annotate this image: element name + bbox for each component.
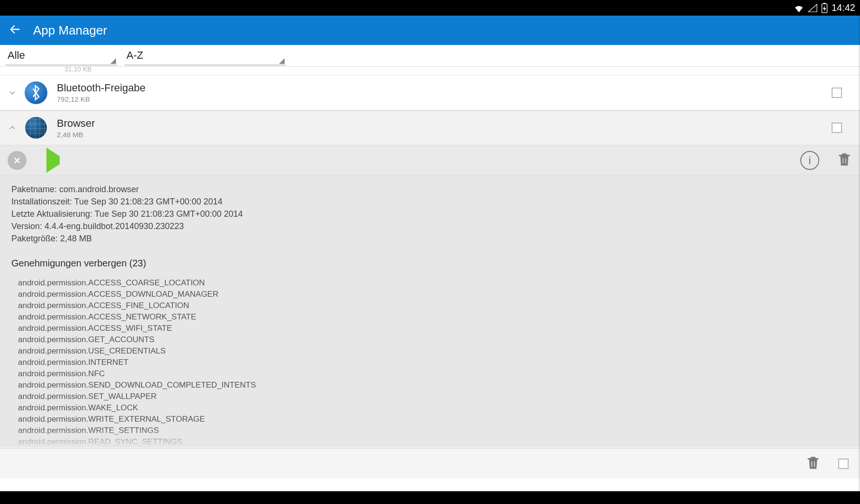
play-icon: [46, 148, 60, 173]
permission-item: android.permission.ACCESS_NETWORK_STATE: [18, 311, 849, 323]
permission-item: android.permission.READ_SYNC_SETTINGS: [18, 436, 849, 448]
permission-item: android.permission.WRITE_EXTERNAL_STORAG…: [18, 414, 849, 425]
dropdown-triangle-icon: [279, 58, 285, 64]
permission-item: android.permission.ACCESS_DOWNLOAD_MANAG…: [18, 289, 849, 300]
detail-package: Paketname: com.android.browser: [11, 183, 849, 195]
app-detail-panel[interactable]: Paketname: com.android.browser Installat…: [0, 176, 860, 448]
trash-icon: [805, 464, 821, 472]
launch-app-button[interactable]: [44, 156, 60, 165]
permission-item: android.permission.NFC: [18, 368, 849, 380]
permission-item: android.permission.ACCESS_COARSE_LOCATIO…: [18, 277, 849, 289]
detail-last-update: Letzte Aktualisierung: Tue Sep 30 21:08:…: [11, 208, 849, 220]
list-item[interactable]: Browser 2,48 MB: [0, 110, 860, 145]
permission-item: android.permission.ACCESS_FINE_LOCATION: [18, 300, 849, 311]
detail-package-size: Paketgröße: 2,48 MB: [11, 232, 849, 245]
app-size-label: 792,12 KB: [57, 95, 832, 103]
filter-sort-value: A-Z: [126, 49, 143, 62]
app-size-label: 2,48 MB: [57, 131, 832, 139]
filter-sort-spinner[interactable]: A-Z: [125, 46, 286, 65]
app-name-label: Browser: [57, 117, 832, 130]
permission-item: android.permission.SET_WALLPAPER: [18, 391, 849, 402]
permission-item: android.permission.SEND_DOWNLOAD_COMPLET…: [18, 380, 849, 391]
app-list[interactable]: 31,10 KB Bluetooth-Freigabe 792,12 KB: [0, 67, 860, 448]
permission-item: android.permission.ACCESS_WIFI_STATE: [18, 323, 849, 334]
bottom-toolbar: [0, 448, 860, 478]
chevron-down-icon: [8, 88, 17, 97]
detail-action-bar: i: [0, 145, 860, 176]
battery-charging-icon: [821, 3, 828, 13]
list-item-peek[interactable]: 31,10 KB: [0, 67, 860, 75]
close-detail-button[interactable]: [8, 151, 27, 170]
collapse-toggle[interactable]: [4, 123, 21, 133]
dropdown-triangle-icon: [110, 58, 116, 64]
uninstall-button[interactable]: [836, 151, 852, 169]
svg-rect-1: [824, 3, 825, 4]
info-icon: i: [808, 154, 811, 167]
app-size-label: 31,10 KB: [64, 67, 92, 71]
trash-icon: [836, 161, 852, 169]
filter-category-value: Alle: [8, 49, 25, 62]
delete-selected-button[interactable]: [805, 455, 821, 473]
permissions-toggle[interactable]: Genehmigungen verbergen (23): [11, 258, 849, 269]
permission-item: android.permission.INTERNET: [18, 357, 849, 368]
select-all-checkbox[interactable]: [838, 459, 849, 469]
browser-globe-icon: [24, 115, 48, 140]
permission-item: android.permission.WAKE_LOCK: [18, 402, 849, 414]
close-icon: [13, 156, 21, 165]
chevron-up-icon: [8, 123, 17, 133]
status-bar: 14:42: [0, 0, 860, 16]
status-time: 14:42: [832, 2, 855, 13]
detail-version: Version: 4.4.4-eng.buildbot.20140930.230…: [11, 220, 849, 232]
detail-install-time: Installationszeit: Tue Sep 30 21:08:23 G…: [11, 195, 849, 208]
filter-row: Alle A-Z: [0, 45, 860, 67]
expand-toggle[interactable]: [4, 88, 21, 97]
bluetooth-icon: [24, 80, 48, 105]
app-name-label: Bluetooth-Freigabe: [57, 82, 832, 94]
list-item[interactable]: Bluetooth-Freigabe 792,12 KB: [0, 75, 860, 110]
select-checkbox[interactable]: [832, 123, 842, 133]
permission-item: android.permission.WRITE_SETTINGS: [18, 425, 849, 436]
wifi-icon: [794, 4, 804, 12]
permission-item: android.permission.USE_CREDENTIALS: [18, 345, 849, 357]
page-title: App Manager: [33, 23, 107, 38]
signal-icon: [808, 4, 817, 12]
permission-item: android.permission.GET_ACCOUNTS: [18, 334, 849, 345]
filter-category-spinner[interactable]: Alle: [6, 46, 117, 65]
select-checkbox[interactable]: [832, 88, 842, 98]
permission-list: android.permission.ACCESS_COARSE_LOCATIO…: [11, 277, 849, 448]
app-bar: App Manager: [0, 16, 860, 45]
back-arrow-icon[interactable]: [9, 23, 22, 38]
info-button[interactable]: i: [800, 151, 819, 170]
